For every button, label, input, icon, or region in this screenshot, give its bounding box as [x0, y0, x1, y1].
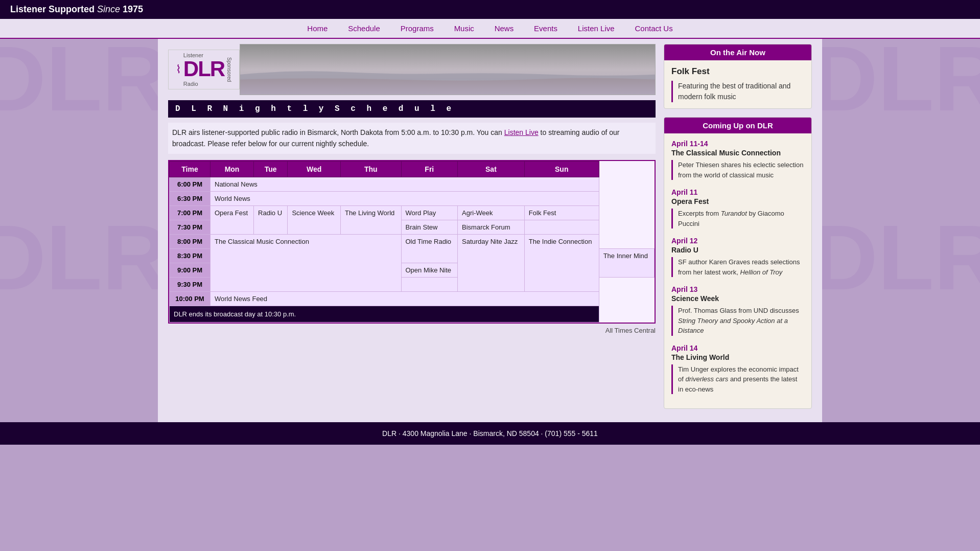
table-row: 7:00 PM Opera Fest Radio U Science Week … [170, 205, 655, 220]
italic-turandot: Turandot [721, 210, 747, 217]
schedule-table: Time Mon Tue Wed Thu Fri Sat Sun [169, 161, 655, 323]
coming-up-prog-4: The Living World [671, 353, 804, 361]
time-730pm: 7:30 PM [170, 220, 211, 234]
time-1000pm: 10:00 PM [170, 291, 211, 306]
coming-up-prog-1: Opera Fest [671, 197, 804, 205]
nav-home[interactable]: Home [307, 24, 328, 33]
coming-up-date-1: April 11 [671, 188, 804, 196]
coming-up-item-2: April 12 Radio U SF author Karen Graves … [671, 237, 804, 277]
description-text: DLR airs listener-supported public radio… [168, 123, 656, 154]
banner-text: Listener Supported [10, 4, 97, 14]
nav-music[interactable]: Music [454, 24, 474, 33]
watermark-right-top: DLR [811, 26, 980, 131]
coming-up-date-4: April 14 [671, 344, 804, 352]
coming-up-item-4: April 14 The Living World Tim Unger expl… [671, 344, 804, 395]
on-air-now-content: Folk Fest Featuring the best of traditio… [664, 60, 811, 108]
prog-saturday-nite-jazz: Saturday Nite Jazz [458, 234, 525, 291]
logo-box: ⌇ Listener DLR Radio Sponsored [168, 50, 240, 89]
col-header-sun: Sun [524, 161, 599, 177]
left-column: ⌇ Listener DLR Radio Sponsored [168, 44, 656, 417]
coming-up-item-0: April 11-14 The Classical Music Connecti… [671, 140, 804, 180]
col-header-thu: Thu [340, 161, 401, 177]
nav-listen-live[interactable]: Listen Live [578, 24, 615, 33]
nav-news[interactable]: News [495, 24, 514, 33]
on-air-program-name: Folk Fest [671, 66, 804, 77]
table-row: 8:00 PM The Classical Music Connection O… [170, 234, 655, 248]
table-footer-row: DLR ends its broadcast day at 10:30 p.m. [170, 306, 655, 322]
coming-up-desc-2: SF author Karen Graves reads selections … [671, 257, 804, 277]
prog-folk-fest: Folk Fest [524, 205, 599, 220]
prog-radio-u: Radio U [254, 205, 288, 234]
prog-national-news: National News [211, 177, 599, 191]
all-times-label: All Times Central [168, 327, 656, 334]
col-header-tue: Tue [254, 161, 288, 177]
on-air-now-title: On the Air Now [664, 44, 811, 60]
logo-sponsored-text: Sponsored [226, 57, 232, 82]
time-700pm: 7:00 PM [170, 205, 211, 220]
coming-up-desc-3: Prof. Thomas Glass from UND discusses St… [671, 306, 804, 336]
coming-up-box: Coming Up on DLR April 11-14 The Classic… [664, 117, 812, 409]
logo-radio-text: Radio [183, 81, 224, 87]
prog-indie-connection: The Indie Connection [524, 234, 599, 291]
banner-year: 1975 [120, 4, 143, 14]
col-header-sat: Sat [458, 161, 525, 177]
top-banner: Listener Supported Since 1975 [0, 0, 980, 19]
header-row: ⌇ Listener DLR Radio Sponsored [168, 44, 656, 95]
schedule-footer-text: DLR ends its broadcast day at 10:30 p.m. [170, 306, 599, 322]
coming-up-item-3: April 13 Science Week Prof. Thomas Glass… [671, 285, 804, 336]
listen-live-link[interactable]: Listen Live [504, 128, 539, 136]
watermark-left-bottom: DLR [0, 204, 169, 310]
prog-science-week: Science Week [288, 205, 341, 234]
right-sidebar: On the Air Now Folk Fest Featuring the b… [664, 44, 812, 417]
prog-bismarck-forum: Bismarck Forum [458, 220, 525, 234]
time-930pm: 9:30 PM [170, 277, 211, 291]
coming-up-prog-3: Science Week [671, 294, 804, 303]
prog-opera-fest: Opera Fest [211, 205, 254, 234]
table-header-row: Time Mon Tue Wed Thu Fri Sat Sun [170, 161, 655, 177]
watermark-right-bottom: DLR [811, 204, 980, 310]
on-air-program-desc: Featuring the best of traditional and mo… [671, 81, 804, 102]
coming-up-date-2: April 12 [671, 237, 804, 245]
coming-up-desc-1: Excerpts from Turandot by Giacomo Puccin… [671, 209, 804, 228]
on-air-now-box: On the Air Now Folk Fest Featuring the b… [664, 44, 812, 109]
schedule-title: D L R N i g h t l y S c h e d u l e [168, 100, 656, 118]
prog-agri-week: Agri-Week [458, 205, 525, 220]
footer: DLR · 4300 Magnolia Lane · Bismarck, ND … [0, 422, 980, 445]
italic-driverless: driverless cars [685, 375, 728, 383]
nav-schedule[interactable]: Schedule [348, 24, 380, 33]
col-header-mon: Mon [211, 161, 254, 177]
radio-wave-icon: ⌇ [176, 63, 181, 76]
nav-programs[interactable]: Programs [401, 24, 434, 33]
time-630pm: 6:30 PM [170, 191, 211, 205]
footer-text: DLR · 4300 Magnolia Lane · Bismarck, ND … [382, 429, 598, 438]
nav-contact[interactable]: Contact Us [635, 24, 672, 33]
prog-word-play: Word Play [401, 205, 458, 220]
watermark-left-top: DLR [0, 26, 169, 131]
italic-string-theory: String Theory and Spooky Action at a Dis… [678, 317, 788, 335]
italic-hellion: Hellion of Troy [740, 268, 782, 276]
prog-open-mike: Open Mike Nite [401, 263, 458, 277]
prog-world-news-feed: World News Feed [211, 291, 599, 306]
table-row: 6:30 PM World News [170, 191, 655, 205]
time-800pm: 8:00 PM [170, 234, 211, 248]
prog-world-news: World News [211, 191, 599, 205]
coming-up-item-1: April 11 Opera Fest Excerpts from Turand… [671, 188, 804, 228]
coming-up-date-0: April 11-14 [671, 140, 804, 148]
prog-living-world: The Living World [340, 205, 401, 234]
nav-events[interactable]: Events [534, 24, 557, 33]
coming-up-prog-2: Radio U [671, 246, 804, 254]
schedule-table-wrapper: Time Mon Tue Wed Thu Fri Sat Sun [168, 160, 656, 324]
svg-rect-0 [240, 44, 655, 95]
nav-bar: Home Schedule Programs Music News Events… [0, 19, 980, 39]
table-row: 6:00 PM National News [170, 177, 655, 191]
col-header-time: Time [170, 161, 211, 177]
banner-image [240, 44, 656, 95]
logo-dlr-text: DLR [183, 58, 224, 80]
coming-up-desc-0: Peter Thiesen shares his eclectic select… [671, 160, 804, 180]
coming-up-title: Coming Up on DLR [664, 118, 811, 133]
table-row: 10:00 PM World News Feed [170, 291, 655, 306]
prog-730-sun [524, 220, 599, 234]
coming-up-desc-4: Tim Unger explores the economic impact o… [671, 364, 804, 395]
coming-up-content: April 11-14 The Classical Music Connecti… [664, 133, 811, 408]
prog-930-fri [401, 277, 458, 291]
